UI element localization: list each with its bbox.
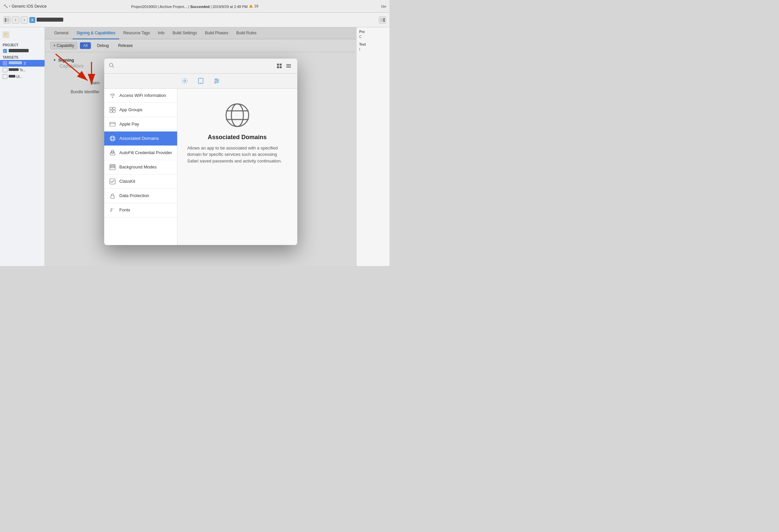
- nav-target-main[interactable]: 3: [0, 60, 45, 67]
- list-item-autofill[interactable]: AutoFill Credential Provider: [104, 146, 177, 160]
- grid-view-button[interactable]: [275, 62, 283, 70]
- svg-rect-2: [5, 18, 6, 22]
- app-groups-icon: [109, 106, 116, 114]
- list-item-background-modes[interactable]: Background Modes: [104, 160, 177, 174]
- background-modes-label: Background Modes: [120, 165, 157, 169]
- project-icon: x: [3, 49, 7, 53]
- device-filter-icon[interactable]: [196, 76, 205, 85]
- svg-rect-31: [110, 122, 115, 126]
- right-panel-c: C: [359, 35, 387, 39]
- right-panel-icon: [380, 18, 385, 22]
- search-icon: [109, 63, 114, 69]
- list-item-apple-pay[interactable]: Apple Pay: [104, 117, 177, 131]
- associated-domains-icon: [109, 135, 116, 142]
- detail-description: Allows an app to be associated with a sp…: [187, 145, 287, 165]
- modal-overlay[interactable]: Capabilities: [45, 27, 356, 266]
- data-protection-icon: [109, 192, 116, 199]
- right-panel-pro: Pro: [359, 30, 387, 34]
- svg-rect-30: [113, 110, 115, 113]
- associated-domains-label: Associated Domains: [120, 136, 159, 141]
- svg-text:!: !: [250, 5, 251, 8]
- svg-rect-29: [110, 110, 112, 113]
- svg-rect-4: [380, 18, 383, 22]
- svg-text:F: F: [110, 208, 113, 213]
- background-modes-icon: [109, 164, 116, 171]
- sliders-filter-icon[interactable]: [212, 76, 221, 85]
- targets-section-label: TARGETS: [0, 54, 45, 60]
- toolbar: ‹ › x: [0, 13, 390, 27]
- svg-rect-3: [7, 18, 9, 22]
- autofill-label: AutoFill Credential Provider: [120, 150, 172, 155]
- content-area: General Signing & Capabilities Resource …: [45, 27, 356, 266]
- titlebar-status: Project2019003 | Archive Project... | Su…: [131, 4, 258, 9]
- list-item-associated-domains[interactable]: Associated Domains: [104, 131, 177, 146]
- modal-filter-bar: [104, 73, 297, 88]
- svg-rect-43: [111, 195, 114, 198]
- svg-rect-12: [277, 66, 279, 68]
- forward-btn[interactable]: ›: [21, 16, 28, 24]
- app-groups-label: App Groups: [120, 107, 142, 112]
- capability-search-input[interactable]: [117, 63, 273, 69]
- warning-badge: ! 16: [249, 4, 258, 8]
- ide-button[interactable]: Ide: [381, 4, 386, 8]
- capability-modal: Capabilities: [104, 59, 297, 245]
- project-info: Project2019003 | Archive Project...: [131, 5, 187, 9]
- list-item-fonts[interactable]: F Fonts: [104, 203, 177, 218]
- list-item-classkit[interactable]: ClassKit: [104, 174, 177, 189]
- svg-point-19: [200, 82, 201, 83]
- svg-rect-13: [280, 66, 282, 68]
- capability-list: Access WiFi Information: [104, 88, 177, 245]
- svg-rect-14: [286, 64, 291, 65]
- nav-buttons: ‹ › x: [3, 16, 63, 24]
- svg-rect-27: [110, 107, 112, 110]
- target-test-icon: [3, 68, 7, 72]
- right-panel-toggle-btn[interactable]: [379, 16, 386, 24]
- svg-rect-28: [113, 107, 115, 110]
- access-wifi-label: Access WiFi Information: [120, 93, 166, 98]
- data-protection-label: Data Protection: [120, 193, 149, 198]
- svg-point-23: [216, 78, 217, 80]
- list-view-button[interactable]: [285, 62, 293, 70]
- apple-pay-icon: [109, 121, 116, 128]
- svg-point-8: [110, 63, 113, 67]
- wifi-icon: [109, 92, 116, 99]
- svg-point-24: [217, 80, 219, 81]
- modal-body: Access WiFi Information: [104, 88, 297, 245]
- fonts-icon: F: [109, 206, 116, 214]
- gear-filter-icon[interactable]: [180, 76, 189, 85]
- svg-point-34: [111, 136, 114, 141]
- main-layout: 📁 PROJECT x TARGETS 3: [0, 27, 390, 266]
- target-ui-icon: [3, 74, 7, 79]
- sidebar-toggle-btn[interactable]: [3, 16, 11, 24]
- list-item-access-wifi[interactable]: Access WiFi Information: [104, 88, 177, 103]
- svg-point-25: [215, 82, 216, 83]
- modal-view-buttons: [275, 62, 293, 70]
- fonts-label: Fonts: [120, 208, 130, 213]
- navigator-panel: 📁 PROJECT x TARGETS 3: [0, 27, 45, 266]
- back-btn[interactable]: ‹: [12, 16, 19, 24]
- file-name: [37, 18, 63, 22]
- classkit-label: ClassKit: [120, 179, 135, 184]
- list-item-app-groups[interactable]: App Groups: [104, 103, 177, 117]
- svg-rect-16: [286, 67, 291, 68]
- status-text: Succeeded: [190, 5, 209, 9]
- nav-icon-folders[interactable]: 📁: [3, 31, 9, 38]
- modal-search-bar: Capabilities: [104, 59, 297, 73]
- svg-line-9: [113, 66, 114, 68]
- svg-rect-11: [280, 64, 282, 66]
- svg-text:x: x: [4, 50, 5, 53]
- sidebar-icon: [5, 18, 9, 22]
- svg-point-26: [112, 97, 113, 98]
- nav-target-ui[interactable]: UI...: [0, 73, 45, 80]
- file-type-icon: x: [29, 17, 35, 23]
- svg-point-17: [184, 80, 186, 82]
- nav-target-tests[interactable]: Te...: [0, 67, 45, 73]
- list-item-data-protection[interactable]: Data Protection: [104, 189, 177, 203]
- project-section-label: PROJECT: [0, 42, 45, 48]
- classkit-icon: [109, 178, 116, 185]
- nav-project-item[interactable]: x: [0, 48, 45, 54]
- project-name: [9, 49, 28, 53]
- capability-detail-panel: Associated Domains Allows an app to be a…: [177, 88, 297, 245]
- apple-pay-label: Apple Pay: [120, 121, 139, 126]
- svg-rect-5: [383, 18, 385, 22]
